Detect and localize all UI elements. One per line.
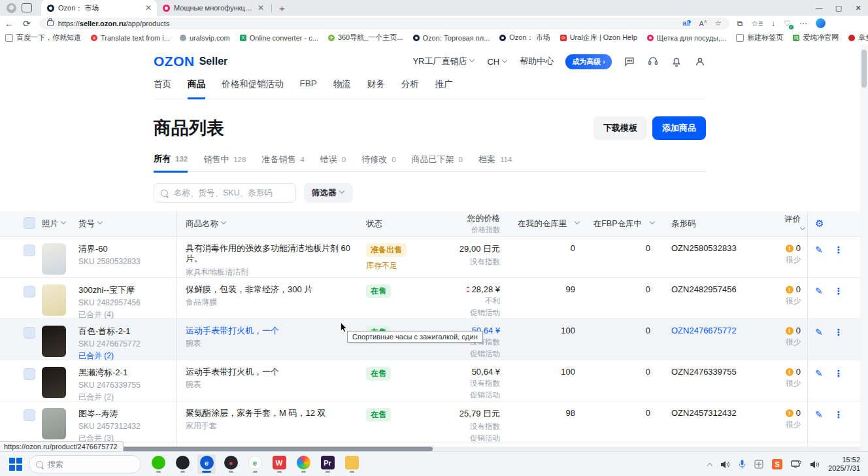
wps-icon[interactable]: W xyxy=(270,454,288,474)
product-article[interactable]: 黑濑湾标-2-1 xyxy=(78,367,176,379)
product-name[interactable]: 聚氨酯涂层，家务手套，M 码，12 双 xyxy=(186,408,366,418)
row-more-icon[interactable]: ⋮ xyxy=(834,319,843,337)
edit-pencil-icon[interactable]: ✎ xyxy=(815,278,823,296)
product-name[interactable]: 具有消毒作用的强效多功能清洁地板片剂 60 片。 xyxy=(186,243,366,265)
premiere-icon[interactable]: Pr xyxy=(318,454,337,474)
display-device-icon[interactable] xyxy=(791,460,801,469)
maximize-button[interactable]: ▢ xyxy=(829,0,848,16)
filter-tab[interactable]: 所有132 xyxy=(154,153,188,173)
bookmark-item[interactable]: aTranslate text from i... xyxy=(91,34,170,42)
nav-item-6[interactable]: 分析 xyxy=(401,78,419,99)
bookmark-item[interactable]: XOnline converter - c... xyxy=(240,34,318,42)
edit-pencil-icon[interactable]: ✎ xyxy=(815,401,823,420)
product-name[interactable]: 运动手表带打火机，一个 xyxy=(186,367,366,377)
tab-close-icon[interactable]: ✕ xyxy=(258,4,264,12)
row-checkbox[interactable] xyxy=(24,368,35,380)
edit-pencil-icon[interactable]: ✎ xyxy=(815,237,823,255)
row-checkbox[interactable] xyxy=(24,245,35,256)
speaker-icon[interactable] xyxy=(810,460,820,469)
edit-pencil-icon[interactable]: ✎ xyxy=(815,319,823,337)
browser-essentials-icon[interactable]: ♡✓ xyxy=(784,19,791,28)
browser-tab-active[interactable]: Ozon： 市场 ✕ xyxy=(41,0,157,16)
download-template-button[interactable]: 下载模板 xyxy=(593,116,647,140)
close-button[interactable]: ✕ xyxy=(848,0,868,16)
bookmark-item[interactable]: Щетка для посуды,... xyxy=(647,34,726,42)
new-tab-button[interactable]: + xyxy=(279,3,285,14)
row-checkbox[interactable] xyxy=(24,409,35,421)
row-more-icon[interactable]: ⋮ xyxy=(834,401,843,420)
add-product-button[interactable]: 添加商品 xyxy=(652,116,706,140)
product-image[interactable] xyxy=(42,243,66,275)
product-article[interactable]: 图岑--寿涛 xyxy=(78,408,176,420)
translate-icon[interactable]: a⁋ xyxy=(682,19,691,27)
product-search[interactable] xyxy=(154,183,296,203)
url-text[interactable]: https://seller.ozon.ru/app/products xyxy=(58,20,683,27)
col-photo[interactable]: 照片 xyxy=(42,218,78,230)
bookmark-item[interactable]: 章鱼AI xyxy=(848,33,868,42)
workspaces-icon[interactable] xyxy=(22,3,32,12)
product-image[interactable] xyxy=(42,408,66,439)
select-all-checkbox[interactable] xyxy=(24,217,35,229)
bookmark-item[interactable]: 纯爱纯净官网 xyxy=(793,33,839,42)
table-settings-gear-icon[interactable]: ⚙ xyxy=(815,218,824,230)
col-name[interactable]: 商品名称 xyxy=(176,211,366,236)
microphone-icon[interactable] xyxy=(739,460,746,469)
product-image[interactable] xyxy=(42,326,66,357)
favorite-star-icon[interactable]: ☆ xyxy=(715,19,722,27)
language-selector[interactable]: CH xyxy=(487,57,508,67)
bookmark-item[interactable]: Ozon： 市场 xyxy=(499,33,550,42)
col-article[interactable]: 货号 xyxy=(78,218,176,230)
start-button[interactable] xyxy=(9,458,22,471)
volume-icon[interactable] xyxy=(720,460,730,469)
store-selector[interactable]: YR工厂直销店 xyxy=(412,56,475,67)
col-rating[interactable]: 评价 xyxy=(778,214,807,234)
browser-tab-inactive[interactable]: Мощные многофункциональнь ✕ xyxy=(157,0,269,16)
nav-item-products[interactable]: 商品 xyxy=(188,78,205,99)
back-icon[interactable]: ← xyxy=(5,18,14,29)
product-name[interactable]: 运动手表带打火机，一个 xyxy=(186,326,366,336)
nav-item-7[interactable]: 推广 xyxy=(435,78,453,99)
nav-item-2[interactable]: 价格和促销活动 xyxy=(222,78,284,99)
edge-icon[interactable]: e xyxy=(197,454,216,474)
address-bar[interactable]: https://seller.ozon.ru/app/products a⁋ A… xyxy=(39,18,729,29)
split-screen-icon[interactable]: ⧉ xyxy=(737,19,743,28)
horizontal-scrollbar[interactable] xyxy=(0,447,860,451)
bookmark-item[interactable]: 百度一下，你就知道 xyxy=(5,33,81,42)
bookmark-item[interactable]: 新建标签页 xyxy=(736,33,783,42)
downloads-icon[interactable]: ↓ xyxy=(771,19,775,28)
row-checkbox[interactable] xyxy=(24,286,35,298)
account-icon[interactable] xyxy=(694,56,706,67)
nav-item-5[interactable]: 财务 xyxy=(367,78,385,99)
input-method-icon[interactable] xyxy=(754,460,763,469)
filter-tab[interactable]: 销售中128 xyxy=(203,153,246,171)
read-aloud-icon[interactable]: A∧ xyxy=(699,19,707,27)
row-checkbox[interactable] xyxy=(24,327,35,339)
row-more-icon[interactable]: ⋮ xyxy=(834,278,843,296)
vertical-scrollbar[interactable] xyxy=(860,44,868,451)
browser-profile-icon[interactable] xyxy=(7,3,16,13)
bookmark-item[interactable]: uralsvip.com xyxy=(180,34,230,42)
premium-badge[interactable]: 成为高级 › xyxy=(565,54,612,69)
product-image[interactable] xyxy=(42,284,66,316)
bookmark-item[interactable]: ⊙Ural企库 | Ozon Help xyxy=(560,33,637,42)
taskbar-search[interactable]: 搜索 xyxy=(29,455,141,473)
barcode-value[interactable]: OZN2476675772 xyxy=(671,326,737,335)
ie-icon[interactable]: e xyxy=(246,454,264,474)
notifications-bell-icon[interactable] xyxy=(671,56,682,67)
filters-button[interactable]: 筛选器 xyxy=(304,183,353,203)
collections-icon[interactable]: ☆≡ xyxy=(751,19,763,28)
ozon-logo[interactable]: OZON xyxy=(154,54,195,69)
row-more-icon[interactable]: ⋮ xyxy=(834,237,843,255)
search-input[interactable] xyxy=(173,188,289,198)
row-more-icon[interactable]: ⋮ xyxy=(834,360,843,379)
filter-tab[interactable]: 商品已下架0 xyxy=(412,153,463,171)
product-article[interactable]: 300zhi--宝下摩 xyxy=(78,284,176,296)
bookmark-item[interactable]: Ozon: Торговая пл... xyxy=(413,34,490,42)
browser-360-icon[interactable] xyxy=(294,454,312,474)
product-article[interactable]: 百色-首标-2-1 xyxy=(78,326,176,337)
col-fbp-stock[interactable]: 在FBP仓库中 xyxy=(582,218,657,230)
filter-tab[interactable]: 档案114 xyxy=(478,153,512,171)
wechat-icon[interactable] xyxy=(149,454,167,474)
filter-tab[interactable]: 待修改0 xyxy=(361,153,395,171)
sogou-input-icon[interactable]: S xyxy=(772,459,782,469)
